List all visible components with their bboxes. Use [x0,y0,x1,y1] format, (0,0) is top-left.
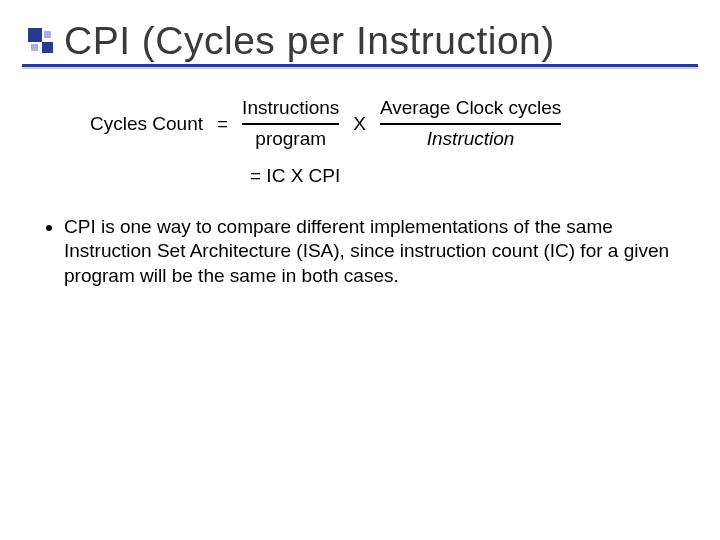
title-bullet-icon [28,28,54,54]
fraction-2: Average Clock cycles Instruction [380,96,561,151]
slide-title: CPI (Cycles per Instruction) [64,19,555,63]
fraction-1-numerator: Instructions [242,96,339,121]
fraction-1: Instructions program [242,96,339,151]
formula-block: Cycles Count = Instructions program X Av… [90,96,670,187]
fraction-1-bar [242,123,339,125]
title-underline-shadow [22,67,698,69]
formula-equals: = [217,113,228,135]
title-row: CPI (Cycles per Instruction) [0,10,720,72]
bullet-1: CPI is one way to compare different impl… [64,215,682,288]
fraction-2-bar [380,123,561,125]
slide: CPI (Cycles per Instruction) Cycles Coun… [0,0,720,540]
formula-line-1: Cycles Count = Instructions program X Av… [90,96,670,151]
fraction-2-numerator: Average Clock cycles [380,96,561,121]
formula-line-2: = IC X CPI [250,165,670,187]
fraction-1-denominator: program [255,127,326,152]
multiply-symbol: X [353,113,366,135]
fraction-2-denominator: Instruction [427,127,515,152]
formula-lhs: Cycles Count [90,113,203,135]
body-text: CPI is one way to compare different impl… [42,215,682,288]
